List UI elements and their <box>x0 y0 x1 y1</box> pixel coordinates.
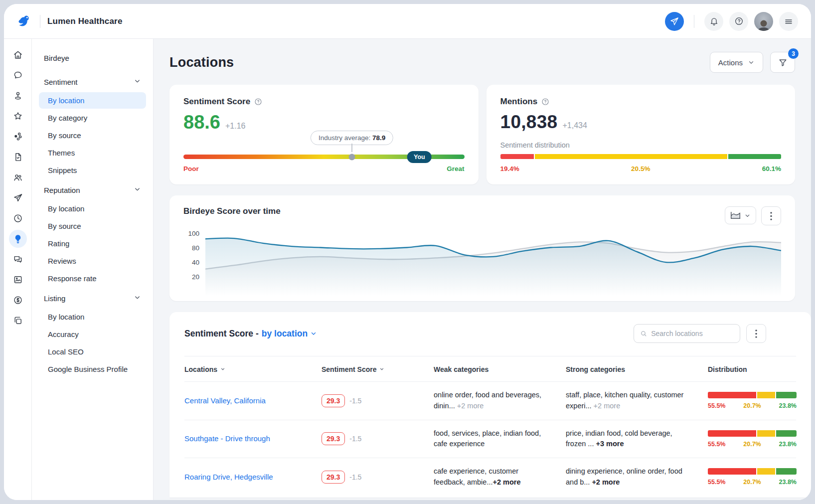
paper-plane-icon[interactable] <box>9 189 27 207</box>
sentiment-distribution-label: Sentiment distribution <box>500 141 782 149</box>
distribution-percentage: 20.7% <box>743 441 761 448</box>
team-icon[interactable] <box>9 168 27 186</box>
table-menu-button[interactable] <box>746 324 766 343</box>
row-distribution: 55.5%20.7%23.8% <box>708 468 808 486</box>
table-body: Central Valley, California29.3-1.5online… <box>184 381 796 496</box>
menu-button[interactable] <box>779 12 798 31</box>
location-link[interactable]: Roaring Drive, Hedgesville <box>184 473 273 481</box>
column-header-strong-categories: Strong categories <box>566 365 693 373</box>
search-locations-input[interactable] <box>651 330 734 337</box>
chart-type-button[interactable] <box>725 206 756 224</box>
score-line-chart <box>205 230 781 296</box>
distribution-percentage: 55.5% <box>708 402 725 409</box>
file-check-icon[interactable] <box>9 148 27 166</box>
filter-count-badge: 3 <box>788 48 799 59</box>
search-locations-box <box>634 324 740 343</box>
sidebar-item-google-business-profile[interactable]: Google Business Profile <box>39 361 146 377</box>
sidebar-section-sentiment[interactable]: Sentiment <box>39 72 146 91</box>
more-link[interactable]: +2 more <box>493 478 521 486</box>
sidebar-item-local-seo[interactable]: Local SEO <box>39 343 146 360</box>
help-circle-icon[interactable] <box>254 98 262 106</box>
gallery-icon[interactable] <box>9 271 27 289</box>
comment-icon[interactable] <box>9 66 27 84</box>
birdeye-logo-icon <box>16 13 33 30</box>
lightbulb-icon[interactable] <box>9 230 27 248</box>
industry-average-label: Industry average: <box>319 134 370 142</box>
filter-button[interactable]: 3 <box>770 52 795 73</box>
table-row: Central Valley, California29.3-1.5online… <box>184 381 796 420</box>
sentiment-score-title: Sentiment Score <box>183 97 250 107</box>
sidebar-section-listing[interactable]: Listing <box>39 289 146 308</box>
chats-icon[interactable] <box>9 250 27 268</box>
birdeye-score-card: Birdeye Score over time <box>169 195 795 301</box>
sidebar-item-response-rate[interactable]: Response rate <box>39 270 146 287</box>
star-icon[interactable] <box>9 107 27 125</box>
distribution-segment <box>500 154 534 159</box>
sidebar-section-reputation[interactable]: Reputation <box>39 180 146 199</box>
distribution-percentage: 55.5% <box>708 479 725 486</box>
sidebar-item-rating[interactable]: Rating <box>39 235 146 252</box>
sidebar-item-themes[interactable]: Themes <box>39 145 146 161</box>
weak-categories: cafe experience, customer feedback, ambi… <box>434 466 551 488</box>
sidebar-root-birdeye[interactable]: Birdeye <box>39 50 146 70</box>
strong-categories: price, indian food, cold beverage, froze… <box>566 428 693 450</box>
share-icon[interactable] <box>9 128 27 146</box>
column-header-sentiment-score[interactable]: Sentiment Score <box>322 365 419 373</box>
notifications-button[interactable] <box>704 12 723 31</box>
sidebar-item-by-source[interactable]: By source <box>39 218 146 234</box>
you-marker: You <box>407 151 432 163</box>
weak-categories: online order, food and beverages, dinin.… <box>434 390 551 412</box>
kebab-icon <box>770 212 772 220</box>
industry-marker-line <box>351 144 352 152</box>
chart-menu-button[interactable] <box>761 206 781 225</box>
sentiment-distribution-percentages: 19.4%20.5%60.1% <box>500 165 782 172</box>
table-scope-dropdown[interactable]: by location <box>262 329 317 339</box>
help-button[interactable] <box>729 12 748 31</box>
account-name: Lumen Healthcare <box>47 16 123 26</box>
sidebar-item-accuracy[interactable]: Accuracy <box>39 326 146 342</box>
mentions-value: 10,838 <box>500 112 558 133</box>
score-badge: 29.3 <box>322 394 345 407</box>
sidebar-item-by-source[interactable]: By source <box>39 127 146 144</box>
clock-icon[interactable] <box>9 209 27 227</box>
table-header-row: LocationsSentiment ScoreWeak categoriesS… <box>184 356 796 381</box>
strong-categories: staff, place, kitchen quality, customer … <box>566 390 693 412</box>
help-circle-icon[interactable] <box>541 98 549 106</box>
location-link[interactable]: Central Valley, California <box>184 396 266 405</box>
sidebar-item-by-location[interactable]: By location <box>39 92 146 109</box>
table-row: Southgate - Drive through29.3-1.5food, s… <box>184 420 796 458</box>
more-link[interactable]: +2 more <box>592 478 620 486</box>
copy-icon[interactable] <box>9 312 27 330</box>
home-icon[interactable] <box>9 46 27 64</box>
icon-rail <box>4 39 32 500</box>
strong-categories: dining experience, online order, food an… <box>566 466 693 488</box>
y-tick-label: 20 <box>192 273 199 281</box>
side-navigation: Birdeye SentimentBy locationBy categoryB… <box>32 39 154 500</box>
distribution-percentage: 60.1% <box>762 165 781 172</box>
sidebar-item-by-location[interactable]: By location <box>39 309 146 325</box>
chevron-down-icon <box>134 294 141 303</box>
sidebar-item-by-location[interactable]: By location <box>39 200 146 217</box>
pin-icon[interactable] <box>9 87 27 105</box>
y-tick-label: 80 <box>192 244 199 252</box>
column-label: Distribution <box>708 365 747 373</box>
hamburger-icon <box>784 17 793 26</box>
location-link[interactable]: Southgate - Drive through <box>184 434 270 443</box>
sidebar-item-by-category[interactable]: By category <box>39 110 146 126</box>
send-button[interactable] <box>665 12 684 31</box>
sentiment-score-value: 88.6 <box>183 112 220 133</box>
more-link[interactable]: +3 more <box>596 440 624 448</box>
weak-categories-text: food, services, place, indian food, cafe… <box>434 429 541 448</box>
mentions-title: Mentions <box>500 97 538 107</box>
more-link[interactable]: +2 more <box>594 402 621 410</box>
sidebar-item-snippets[interactable]: Snippets <box>39 162 146 178</box>
sidebar-item-reviews[interactable]: Reviews <box>39 253 146 269</box>
distribution-segment <box>535 154 727 159</box>
actions-button[interactable]: Actions <box>710 52 763 73</box>
avatar[interactable] <box>754 12 773 31</box>
dollar-icon[interactable] <box>9 291 27 309</box>
more-link[interactable]: +2 more <box>457 402 484 410</box>
column-header-locations[interactable]: Locations <box>184 365 307 373</box>
row-distribution: 55.5%20.7%23.8% <box>708 430 808 448</box>
main-content: Locations Actions 3 Sentiment Scor <box>154 39 811 500</box>
